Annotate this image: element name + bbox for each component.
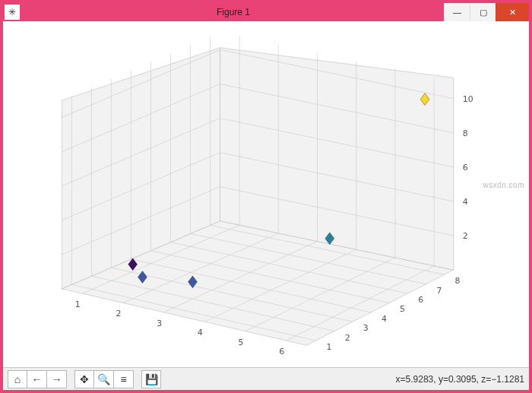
titlebar[interactable]: ✳ Figure 1 — ▢ ✕ [3, 3, 529, 21]
file-group: 💾 [141, 370, 161, 388]
zoom-button[interactable]: 🔍 [94, 370, 114, 388]
svg-text:2: 2 [116, 309, 121, 319]
nav-group: ⌂ ← → [8, 370, 67, 388]
maximize-button[interactable]: ▢ [470, 3, 496, 21]
svg-text:3: 3 [157, 319, 162, 328]
svg-text:8: 8 [463, 128, 468, 138]
back-button[interactable]: ← [27, 370, 47, 388]
svg-text:7: 7 [436, 286, 442, 296]
svg-text:2: 2 [345, 333, 350, 343]
svg-text:1: 1 [326, 342, 331, 352]
svg-text:2: 2 [463, 231, 468, 241]
svg-text:4: 4 [198, 328, 203, 338]
svg-text:3: 3 [363, 323, 369, 333]
close-button[interactable]: ✕ [496, 3, 529, 21]
toolbar: ⌂ ← → ✥ 🔍 ≡ 💾 x=5.9283, y=0.3095, z=−1.1… [3, 367, 529, 390]
home-button[interactable]: ⌂ [8, 370, 27, 388]
svg-text:1: 1 [75, 300, 81, 309]
configure-button[interactable]: ≡ [114, 370, 134, 388]
svg-text:6: 6 [418, 295, 423, 305]
minimize-button[interactable]: — [444, 3, 470, 21]
svg-text:5: 5 [239, 338, 244, 347]
cursor-readout: x=5.9283, y=0.3095, z=−1.1281 [396, 374, 524, 385]
svg-text:8: 8 [455, 276, 461, 286]
window-title: Figure 1 [23, 7, 444, 17]
svg-text:10: 10 [463, 94, 473, 104]
svg-text:4: 4 [463, 197, 468, 207]
pan-button[interactable]: ✥ [74, 370, 94, 388]
app-icon: ✳ [5, 5, 20, 20]
view-group: ✥ 🔍 ≡ [74, 370, 134, 388]
svg-text:6: 6 [463, 163, 468, 173]
svg-text:4: 4 [382, 314, 387, 324]
forward-button[interactable]: → [47, 370, 67, 388]
plot-area[interactable]: wsxdn.com 123456 12345678 246810 [3, 21, 529, 367]
z-ticks: 246810 [463, 94, 473, 241]
axes3d: 123456 12345678 246810 [3, 21, 529, 367]
svg-text:6: 6 [279, 347, 284, 357]
svg-text:5: 5 [400, 304, 405, 314]
save-button[interactable]: 💾 [141, 370, 161, 388]
window-controls: — ▢ ✕ [444, 3, 529, 21]
figure-window: ✳ Figure 1 — ▢ ✕ wsxdn.com [0, 0, 532, 393]
